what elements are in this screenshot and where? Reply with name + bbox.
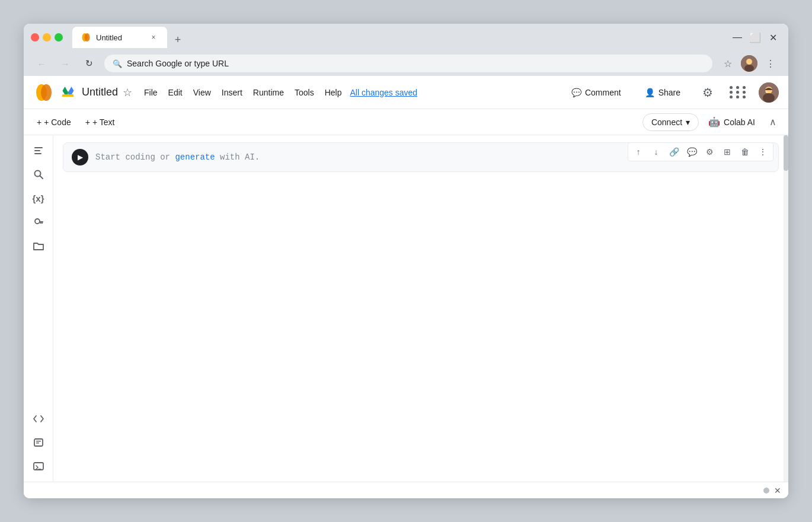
svg-line-16 [40,176,43,179]
comment-icon: 💬 [571,88,581,97]
colab-main[interactable]: ↑ ↓ 🔗 💬 ⚙ ⊞ 🗑 ⋮ ▶ Start coding or genera… [53,135,788,482]
chrome-menu-button[interactable]: ⋮ [762,55,779,72]
sidebar-files-button[interactable] [28,235,49,256]
run-cell-button[interactable]: ▶ [72,149,88,165]
tab-bar: Untitled × + [72,27,724,48]
status-close-button[interactable]: ✕ [774,486,781,495]
avatar-image [741,55,757,72]
bookmark-button[interactable]: ☆ [720,55,736,72]
colab-header: Untitled ☆ File Edit View Insert Runtime… [24,76,788,109]
menu-insert[interactable]: Insert [217,85,247,100]
colab-tab-logo [81,32,91,43]
plus-code-icon: + [37,117,41,127]
back-button[interactable]: ← [33,55,50,72]
window-maximize-button[interactable] [55,33,63,42]
cell-link-button[interactable]: 🔗 [666,144,682,160]
window-close-btn[interactable]: ✕ [765,29,781,46]
cell-expand-button[interactable]: ⊞ [720,144,735,160]
code-cell[interactable]: ↑ ↓ 🔗 💬 ⚙ ⊞ 🗑 ⋮ ▶ Start coding or genera… [63,142,779,172]
menu-edit[interactable]: Edit [164,85,187,100]
svg-point-10 [763,93,775,103]
svg-point-11 [766,91,768,93]
connect-button[interactable]: Connect ▾ [642,113,699,131]
svg-point-6 [41,84,52,101]
scrollbar-track[interactable] [784,135,788,482]
add-text-button[interactable]: + + Text [79,114,121,130]
apps-button[interactable] [728,82,749,103]
svg-rect-22 [36,441,41,442]
user-avatar-small[interactable] [741,55,757,72]
header-right: 💬 Comment 👤 Share ⚙ [564,82,779,103]
variables-icon: {x} [32,193,44,203]
colab-app: Untitled ☆ File Edit View Insert Runtime… [24,76,788,498]
address-bar-right: ☆ ⋮ [720,55,779,72]
cell-placeholder[interactable]: Start coding or generate with AI. [95,152,260,162]
menu-help[interactable]: Help [320,85,347,100]
key-icon [33,216,44,228]
cell-toolbar: ↑ ↓ 🔗 💬 ⚙ ⊞ 🗑 ⋮ [628,142,773,161]
sidebar-toc-button[interactable] [28,140,49,161]
google-drive-icon [62,86,75,99]
apps-grid [730,86,747,98]
svg-point-3 [746,59,752,65]
reload-button[interactable]: ↻ [81,55,97,72]
colab-logo [33,82,55,103]
svg-point-1 [85,33,90,42]
url-bar[interactable]: 🔍 Search Google or type URL [104,55,712,72]
svg-rect-24 [34,463,43,470]
user-avatar-image [759,82,779,103]
menu-runtime[interactable]: Runtime [248,85,289,100]
svg-point-4 [744,65,754,72]
window-minimize-btn[interactable]: — [729,29,746,46]
save-status[interactable]: All changes saved [350,88,417,97]
sidebar-snippets-button[interactable] [28,432,49,453]
svg-rect-18 [39,221,43,222]
share-label: Share [658,88,680,97]
scrollbar-thumb[interactable] [784,135,788,171]
sidebar-variables-button[interactable]: {x} [28,187,49,209]
status-bar: ✕ [24,482,788,498]
window-restore-btn[interactable]: ⬜ [747,29,763,46]
sidebar-secrets-button[interactable] [28,211,49,233]
colab-body: {x} [24,135,788,482]
share-button[interactable]: 👤 Share [638,84,688,101]
browser-tab-active[interactable]: Untitled × [72,27,167,48]
svg-rect-23 [36,443,39,444]
status-dot [763,488,769,494]
cell-move-up-button[interactable]: ↑ [631,144,646,160]
new-tab-button[interactable]: + [170,31,186,48]
colab-ai-label: Colab AI [724,117,755,127]
address-bar: ← → ↻ 🔍 Search Google or type URL ☆ ⋮ [24,51,788,76]
connect-label: Connect [651,117,682,127]
plus-text-icon: + [85,117,90,127]
colab-ai-button[interactable]: 🤖 Colab AI [701,113,762,131]
add-code-button[interactable]: + + Code [31,114,77,130]
cell-comment-button[interactable]: 💬 [684,144,699,160]
tab-title: Untitled [96,33,143,42]
user-avatar[interactable] [759,82,779,103]
title-bar: Untitled × + — ⬜ ✕ [24,24,788,51]
cell-more-button[interactable]: ⋮ [755,144,771,160]
cell-move-down-button[interactable]: ↓ [648,144,664,160]
menu-file[interactable]: File [139,85,162,100]
sidebar-search-button[interactable] [28,164,49,185]
collapse-button[interactable]: ∧ [765,114,781,130]
comment-button[interactable]: 💬 Comment [564,84,628,101]
share-icon: 👤 [645,88,655,97]
menu-view[interactable]: View [188,85,216,100]
sidebar-terminal-button[interactable] [28,456,49,477]
sidebar-code-button[interactable] [28,408,49,429]
window-close-button[interactable] [31,33,39,42]
forward-button[interactable]: → [57,55,73,72]
window-minimize-button[interactable] [43,33,51,42]
cell-delete-button[interactable]: 🗑 [737,144,753,160]
generate-link[interactable]: generate [175,152,215,162]
menu-tools[interactable]: Tools [290,85,319,100]
star-button[interactable]: ☆ [123,86,132,99]
window-right-controls: — ⬜ ✕ [729,29,781,46]
url-text: Search Google or type URL [127,59,704,68]
tab-close-button[interactable]: × [148,32,159,43]
settings-button[interactable]: ⚙ [697,82,718,103]
cell-settings-button[interactable]: ⚙ [702,144,717,160]
connect-chevron-icon: ▾ [686,117,690,127]
